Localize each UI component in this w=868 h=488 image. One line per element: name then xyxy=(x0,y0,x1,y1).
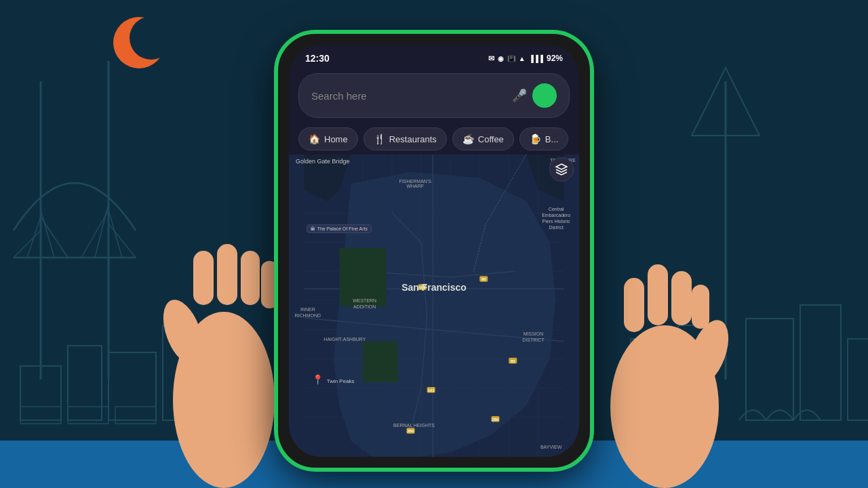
chip-coffee-label: Coffee xyxy=(478,134,504,144)
chips-row: 🏠 Home 🍴 Restaurants ☕ Coffee 🍺 B... xyxy=(289,123,579,155)
chip-bars[interactable]: 🍺 B... xyxy=(519,127,569,150)
svg-rect-38 xyxy=(624,278,644,332)
chip-restaurants-label: Restaurants xyxy=(389,134,437,144)
svg-text:280: 280 xyxy=(408,429,415,433)
background: 12:30 ✉ ◉ 📳 ▲ ▐▐▐ 92% xyxy=(0,0,868,488)
svg-rect-41 xyxy=(692,285,709,329)
map-pin-twin-peaks: 📍 xyxy=(312,374,323,385)
status-time: 12:30 xyxy=(305,53,330,64)
vibrate-icon: 📳 xyxy=(507,55,515,62)
phone-screen: 12:30 ✉ ◉ 📳 ▲ ▐▐▐ 92% xyxy=(289,45,579,457)
layers-button[interactable] xyxy=(549,157,574,182)
svg-text:80: 80 xyxy=(481,277,486,281)
map-label-haight-ashbury: HAIGHT-ASHBURY xyxy=(323,337,366,342)
email-icon: ✉ xyxy=(488,54,494,63)
chip-coffee[interactable]: ☕ Coffee xyxy=(452,127,514,150)
chip-home[interactable]: 🏠 Home xyxy=(298,127,358,150)
map-area[interactable]: 101 80 80 101 280 280 xyxy=(289,155,579,457)
wifi-icon: ▲ xyxy=(519,55,526,62)
map-label-inner-richmond: INNERRICHMOND xyxy=(295,306,321,319)
map-label-bernal-heights: BERNAL HEIGHTS xyxy=(393,423,435,428)
search-controls: 🎤 xyxy=(512,83,557,108)
search-bar-left: Search here xyxy=(311,90,367,102)
chip-restaurants[interactable]: 🍴 Restaurants xyxy=(363,127,447,150)
home-chip-icon: 🏠 xyxy=(309,134,320,144)
twin-peaks-area: 📍 Twin Peaks xyxy=(312,373,354,386)
location-icon: ◉ xyxy=(498,55,504,62)
svg-text:101: 101 xyxy=(428,388,435,392)
palace-label: The Palace Of Fine Arts xyxy=(317,226,368,231)
map-label-fishermans-wharf: FISHERMAN'SWHARF xyxy=(399,179,431,188)
map-label-mission-district: MISSIONDISTRICT xyxy=(522,331,544,343)
map-svg: 101 80 80 101 280 280 xyxy=(289,155,579,457)
bars-chip-icon: 🍺 xyxy=(530,134,541,144)
svg-rect-36 xyxy=(261,261,278,308)
building-icon: 🏛 xyxy=(311,226,315,231)
map-label-bayview: BAYVIEW xyxy=(540,445,561,449)
map-label-san-francisco: San Francisco xyxy=(401,282,467,293)
map-label-palace: 🏛 The Palace Of Fine Arts xyxy=(307,224,372,233)
status-icons: ✉ ◉ 📳 ▲ ▐▐▐ 92% xyxy=(488,54,563,63)
map-label-twin-peaks: Twin Peaks xyxy=(327,378,355,384)
microphone-icon[interactable]: 🎤 xyxy=(512,88,527,103)
hand-left xyxy=(163,197,285,488)
svg-text:80: 80 xyxy=(511,359,515,363)
svg-rect-75 xyxy=(363,342,398,382)
chip-home-label: Home xyxy=(324,134,348,144)
coffee-chip-icon: ☕ xyxy=(462,134,474,144)
moon-icon xyxy=(105,12,166,73)
map-label-western-addition: WESTERNADDITION xyxy=(353,298,376,310)
search-bar[interactable]: Search here 🎤 xyxy=(298,73,570,118)
hand-right xyxy=(597,217,732,488)
phone-outer: 12:30 ✉ ◉ 📳 ▲ ▐▐▐ 92% xyxy=(278,34,590,468)
svg-rect-33 xyxy=(193,251,214,305)
phone: 12:30 ✉ ◉ 📳 ▲ ▐▐▐ 92% xyxy=(278,34,590,468)
battery-text: 92% xyxy=(547,54,563,63)
svg-rect-39 xyxy=(648,264,668,325)
map-label-golden-gate: Golden Gate Bridge xyxy=(296,158,350,165)
chip-bars-label: B... xyxy=(545,134,559,144)
signal-icon: ▐▐▐ xyxy=(529,55,543,62)
svg-rect-40 xyxy=(671,271,692,325)
map-label-central-embarcadero: CentralEmbarcaderoPiers HistoricDistrict xyxy=(542,206,570,230)
search-placeholder: Search here xyxy=(311,90,367,102)
profile-avatar[interactable] xyxy=(532,83,557,108)
svg-rect-34 xyxy=(217,244,237,305)
status-bar: 12:30 ✉ ◉ 📳 ▲ ▐▐▐ 92% xyxy=(289,45,579,68)
restaurants-chip-icon: 🍴 xyxy=(374,134,385,144)
svg-text:280: 280 xyxy=(492,418,499,422)
layers-icon xyxy=(555,163,568,176)
svg-rect-35 xyxy=(241,251,260,305)
